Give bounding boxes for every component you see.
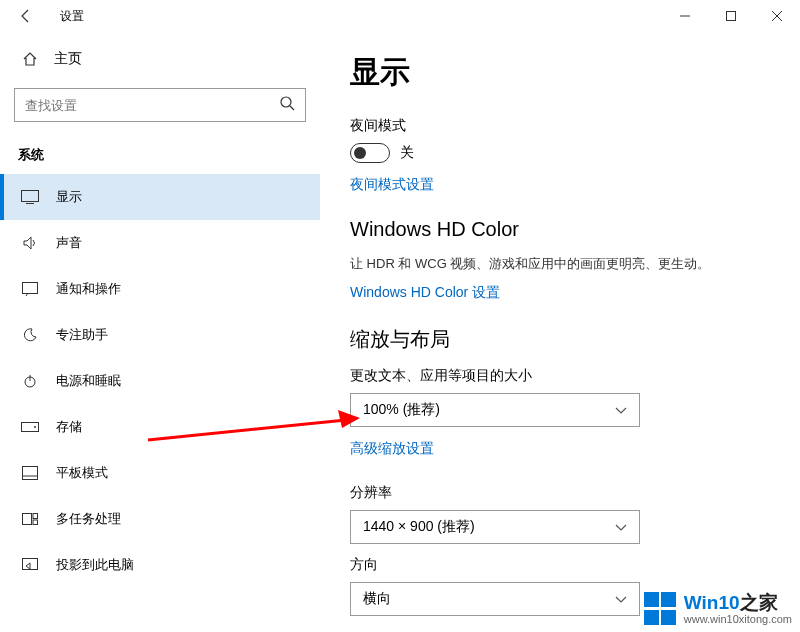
project-icon [18,558,42,572]
scale-label: 更改文本、应用等项目的大小 [350,367,770,385]
moon-icon [18,327,42,343]
sidebar-item-storage[interactable]: 存储 [0,404,320,450]
night-mode-label: 夜间模式 [350,117,770,135]
sidebar-item-tablet[interactable]: 平板模式 [0,450,320,496]
sidebar-item-sound[interactable]: 声音 [0,220,320,266]
sound-icon [18,235,42,251]
sidebar-item-notifications[interactable]: 通知和操作 [0,266,320,312]
sidebar-item-label: 投影到此电脑 [56,556,134,574]
night-mode-settings-link[interactable]: 夜间模式设置 [350,176,434,194]
advanced-scale-link[interactable]: 高级缩放设置 [350,440,434,458]
main-panel: 显示 夜间模式 关 夜间模式设置 Windows HD Color 让 HDR … [320,32,800,632]
windows-logo-icon [644,592,678,626]
sidebar-item-label: 多任务处理 [56,510,121,528]
search-input[interactable] [14,88,306,122]
back-button[interactable] [12,2,40,30]
page-title: 显示 [350,52,770,93]
close-button[interactable] [754,0,800,32]
watermark-brand2: 之家 [740,593,778,614]
sidebar-item-focus[interactable]: 专注助手 [0,312,320,358]
sidebar-item-label: 电源和睡眠 [56,372,121,390]
svg-line-3 [290,106,294,110]
svg-rect-1 [727,12,736,21]
sidebar: 主页 系统 显示 声音 通知和操作 专注助手 电源和睡眠 [0,32,320,632]
minimize-button[interactable] [662,0,708,32]
chevron-down-icon [615,591,627,607]
resolution-value: 1440 × 900 (推荐) [363,518,475,536]
night-mode-toggle[interactable] [350,143,390,163]
sidebar-item-label: 通知和操作 [56,280,121,298]
svg-rect-11 [23,467,38,480]
svg-point-2 [281,97,291,107]
tablet-icon [18,466,42,480]
scale-dropdown[interactable]: 100% (推荐) [350,393,640,427]
watermark: Win10 之家 www.win10xitong.com [644,592,792,626]
hd-color-description: 让 HDR 和 WCG 视频、游戏和应用中的画面更明亮、更生动。 [350,255,770,273]
svg-rect-14 [33,514,38,519]
sidebar-item-label: 声音 [56,234,82,252]
night-mode-state: 关 [400,144,414,162]
sidebar-item-label: 显示 [56,188,82,206]
chevron-down-icon [615,402,627,418]
window-title: 设置 [60,8,84,25]
orientation-label: 方向 [350,556,770,574]
sidebar-item-label: 平板模式 [56,464,108,482]
scale-value: 100% (推荐) [363,401,440,419]
resolution-dropdown[interactable]: 1440 × 900 (推荐) [350,510,640,544]
svg-rect-6 [23,283,38,294]
home-icon [18,51,42,67]
svg-rect-13 [23,514,32,525]
power-icon [18,373,42,389]
resolution-label: 分辨率 [350,484,770,502]
sidebar-item-label: 存储 [56,418,82,436]
chevron-down-icon [615,519,627,535]
multitask-icon [18,513,42,525]
hd-color-heading: Windows HD Color [350,218,770,241]
svg-rect-4 [22,191,39,202]
section-heading: 系统 [0,140,320,174]
home-link[interactable]: 主页 [0,42,320,76]
watermark-url: www.win10xitong.com [684,613,792,625]
sidebar-item-label: 专注助手 [56,326,108,344]
display-icon [18,190,42,204]
sidebar-item-display[interactable]: 显示 [0,174,320,220]
orientation-value: 横向 [363,590,391,608]
sidebar-item-multitask[interactable]: 多任务处理 [0,496,320,542]
home-label: 主页 [54,50,82,68]
sidebar-item-power[interactable]: 电源和睡眠 [0,358,320,404]
maximize-button[interactable] [708,0,754,32]
sidebar-item-projecting[interactable]: 投影到此电脑 [0,542,320,588]
orientation-dropdown[interactable]: 横向 [350,582,640,616]
search-field[interactable] [25,98,279,113]
search-icon [279,95,295,115]
svg-rect-15 [33,520,38,525]
notification-icon [18,282,42,296]
hd-color-settings-link[interactable]: Windows HD Color 设置 [350,284,500,302]
svg-point-10 [34,426,36,428]
scale-layout-heading: 缩放与布局 [350,326,770,353]
watermark-brand: Win10 [684,593,740,614]
storage-icon [18,422,42,432]
